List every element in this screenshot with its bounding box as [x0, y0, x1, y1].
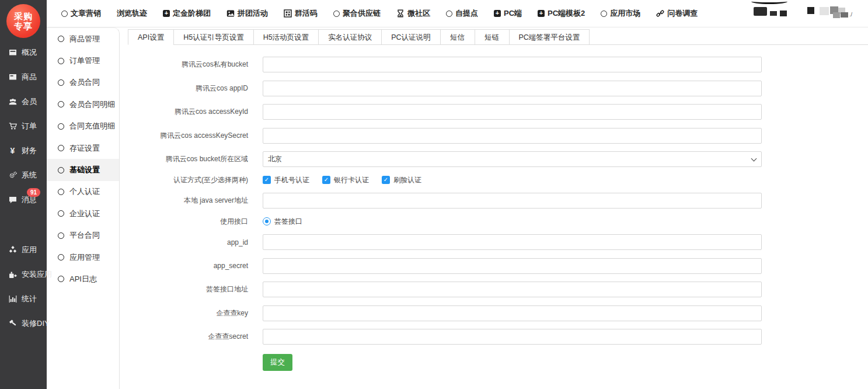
sidebar-item-3[interactable]: 订单 [0, 114, 47, 138]
text-input[interactable] [263, 128, 762, 144]
form-row: 本地 java server地址 [120, 193, 868, 209]
text-input[interactable] [263, 57, 762, 72]
shop-icon [8, 73, 18, 81]
sidebar-item-9[interactable]: 统计 [0, 287, 47, 311]
field-control [263, 258, 762, 274]
topnav-item-3[interactable]: 拼团活动 [226, 8, 268, 19]
text-input[interactable] [263, 329, 762, 345]
submenu-item-7[interactable]: 个人认证 [47, 181, 119, 203]
checkbox-label: 刷脸认证 [393, 175, 421, 185]
field-control [263, 305, 762, 321]
app-logo[interactable]: 采购 专享 [6, 4, 40, 38]
hammer-icon [8, 319, 18, 328]
topnav-item-label: 文章营销 [71, 8, 101, 19]
yen-icon: ¥ [8, 146, 18, 155]
submenu-item-10[interactable]: 应用管理 [47, 246, 119, 268]
checkbox-option[interactable]: ✓刷脸认证 [382, 175, 421, 185]
tab-3[interactable]: 实名认证协议 [318, 29, 382, 45]
text-input[interactable] [263, 193, 762, 209]
radio-selected-icon [263, 217, 271, 225]
tab-5[interactable]: 短信 [440, 29, 475, 45]
comment-icon [8, 196, 18, 204]
image-icon [226, 9, 235, 18]
field-label: 使用接口 [120, 217, 248, 227]
tab-4[interactable]: PC认证说明 [381, 29, 440, 45]
field-control: 芸签接口 [263, 217, 315, 227]
submenu-item-6[interactable]: 基础设置 [47, 159, 119, 180]
submenu-item-5[interactable]: 存证设置 [47, 137, 119, 159]
tab-0[interactable]: API设置 [128, 29, 174, 45]
tab-1[interactable]: H5认证引导页设置 [173, 29, 253, 45]
topnav-item-label: PC端 [504, 8, 522, 19]
sidebar-item-2[interactable]: 会员 [0, 89, 47, 114]
text-input[interactable] [263, 258, 762, 274]
topnav-item-9[interactable]: +PC端模板2 [538, 8, 585, 19]
field-control [263, 57, 762, 72]
sidebar-item-7[interactable]: 应用 [0, 238, 47, 262]
circle-icon [58, 254, 64, 261]
topnav-item-6[interactable]: 微社区 [396, 8, 430, 19]
chevron-down-icon [751, 156, 757, 162]
topnav-item-11[interactable]: 问卷调查 [656, 8, 698, 19]
topnav-item-10[interactable]: 应用市场 [601, 8, 640, 19]
secondary-sidebar: 商品管理订单管理会员合同会员合同明细合同充值明细存证设置基础设置个人认证企业认证… [47, 27, 120, 389]
topnav-item-1[interactable]: 浏览轨迹 [117, 8, 147, 19]
sidebar-item-label: 安装应用 [22, 269, 52, 280]
text-input[interactable] [263, 104, 762, 120]
submenu-item-11[interactable]: API日志 [47, 268, 119, 290]
sidebar-item-1[interactable]: 商品 [0, 65, 47, 89]
field-control [263, 234, 762, 250]
tab-6[interactable]: 短链 [475, 29, 510, 45]
text-input[interactable] [263, 282, 762, 297]
logo-line2: 专享 [14, 21, 33, 31]
redacted-block [780, 11, 787, 16]
topnav-item-8[interactable]: +PC端 [494, 8, 522, 19]
sidebar-item-5[interactable]: 系统 [0, 163, 47, 187]
sidebar-item-6[interactable]: 消息91 [0, 187, 47, 212]
topnav-item-label: 聚合供应链 [343, 8, 381, 19]
topnav-item-7[interactable]: 自提点 [446, 8, 478, 19]
field-label: 本地 java server地址 [120, 196, 248, 206]
topnav-item-0[interactable]: 文章营销 [61, 8, 101, 19]
form-row: 腾讯云cos bucket所在区域北京 [120, 151, 868, 167]
submenu-item-1[interactable]: 订单管理 [47, 50, 119, 71]
topnav-item-4[interactable]: 群活码 [284, 8, 318, 19]
qr-code-icon [284, 9, 292, 18]
submenu-item-4[interactable]: 合同充值明细 [47, 116, 119, 137]
submenu-item-label: 存证设置 [69, 143, 100, 154]
sidebar-item-label: 商品 [22, 72, 37, 82]
text-input[interactable] [263, 305, 762, 321]
submenu-item-0[interactable]: 商品管理 [47, 28, 119, 50]
sidebar-item-0[interactable]: 概况 [0, 40, 47, 65]
field-control [263, 282, 762, 297]
tab-2[interactable]: H5活动页设置 [253, 29, 319, 45]
topnav-item-2[interactable]: +定金阶梯团 [163, 8, 211, 19]
submit-button[interactable]: 提交 [263, 354, 292, 371]
circle-icon [58, 36, 64, 42]
submenu-item-8[interactable]: 企业认证 [47, 203, 119, 224]
text-input[interactable] [263, 234, 762, 250]
submenu-item-2[interactable]: 会员合同 [47, 72, 119, 93]
sidebar-item-8[interactable]: 安装应用 [0, 262, 47, 287]
circle-icon [601, 11, 607, 17]
sidebar-item-4[interactable]: ¥财务 [0, 138, 47, 163]
tab-7[interactable]: PC端签署平台设置 [509, 29, 590, 45]
topnav-item-label: 定金阶梯团 [173, 8, 211, 19]
submenu-item-9[interactable]: 平台合同 [47, 225, 119, 246]
topnav-item-5[interactable]: 聚合供应链 [333, 8, 381, 19]
checkbox-option[interactable]: ✓银行卡认证 [322, 175, 369, 185]
checkbox-option[interactable]: ✓手机号认证 [263, 175, 309, 185]
submenu-item-3[interactable]: 会员合同明细 [47, 93, 119, 115]
submenu-item-label: 平台合同 [69, 230, 100, 241]
field-label: 腾讯云cos私有bucket [120, 60, 248, 70]
field-label: 腾讯云cos accessKeySecret [120, 131, 248, 141]
sidebar-item-10[interactable]: 装修DIY [0, 311, 47, 336]
radio-label: 芸签接口 [274, 217, 302, 227]
select-input[interactable]: 北京 [263, 151, 762, 167]
text-input[interactable] [263, 81, 762, 96]
submenu-item-label: 基础设置 [69, 165, 100, 175]
topnav-item-label: 自提点 [455, 8, 478, 19]
circle-icon [58, 167, 64, 173]
radio-option[interactable]: 芸签接口 [263, 217, 302, 227]
field-control [263, 128, 762, 144]
